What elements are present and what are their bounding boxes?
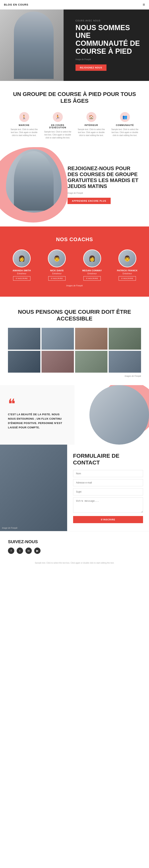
photo-cell-8 xyxy=(109,351,141,373)
coach-name: MEGAN CONWAY xyxy=(76,269,108,272)
coach-photo: 👩 xyxy=(13,249,31,267)
photo-cell-3 xyxy=(75,328,107,350)
quote-section: ❝ C'EST LA BEAUTÉ DE LA PISTE. NOUS NOUS… xyxy=(0,385,149,444)
footer-text: Sample text. Click to select the text bo… xyxy=(8,558,141,568)
group-title: UN GROUPE DE COURSE À PIED POUR TOUS LES… xyxy=(8,91,141,104)
quote-right xyxy=(74,385,149,444)
hero-person-silhouette xyxy=(14,11,54,79)
coach-photo-inner: 👨 xyxy=(119,250,136,267)
feature-icon: 🚶 xyxy=(19,112,29,122)
follow-section: SUIVEZ-NOUS ftin▶ Sample text. Click to … xyxy=(0,531,149,572)
feature-title: EN COURS D'EXÉCUTION xyxy=(44,124,72,129)
social-icon-facebook[interactable]: f xyxy=(8,548,14,554)
accessible-section: NOUS PENSONS QUE COURIR DOIT ÊTRE ACCESS… xyxy=(0,297,149,385)
photo-cell-5 xyxy=(8,351,40,373)
contact-left: Image de Freepik xyxy=(0,444,67,531)
social-icons: ftin▶ xyxy=(8,548,141,554)
coach-photo: 👨 xyxy=(118,249,136,267)
coach-enroll-button[interactable]: S'INSCRIRE xyxy=(119,276,136,281)
feature-item: 👥 COMMUNAUTÉ Sample text. Click to selec… xyxy=(111,112,139,139)
feature-text: Sample text. Click to select the text bo… xyxy=(44,130,72,139)
social-icon-instagram[interactable]: in xyxy=(25,548,32,554)
quote-mark: ❝ xyxy=(8,400,67,408)
feature-text: Sample text. Click to select the text bo… xyxy=(10,128,38,137)
hero-image-credit: Image de Freepik xyxy=(75,58,141,61)
coaches-image-credit: Images de Freepik xyxy=(6,285,143,287)
accessible-image-credit: Images de Freepik xyxy=(8,375,141,377)
coach-name: AMANDA SMITH xyxy=(6,269,38,272)
coach-card: 👨 NICK DAVIS Entraîneur S'INSCRIRE xyxy=(41,249,73,281)
quote-text: C'EST LA BEAUTÉ DE LA PISTE. NOUS NOUS E… xyxy=(8,412,67,430)
photo-cell-1 xyxy=(8,328,40,350)
photo-grid xyxy=(8,328,141,373)
menu-icon[interactable]: ≡ xyxy=(143,2,145,7)
hero-small-label: COURS AVEC NOUS xyxy=(75,20,141,22)
coach-photo-inner: 👨 xyxy=(48,250,65,267)
coach-name: NICK DAVIS xyxy=(41,269,73,272)
coach-photo: 👩 xyxy=(83,249,101,267)
coach-photo-inner: 👩 xyxy=(13,250,30,267)
social-icon-youtube[interactable]: ▶ xyxy=(34,548,41,554)
blob-section: REJOIGNEZ-NOUS POUR DES COURSES DE GROUP… xyxy=(0,143,149,226)
blob-content: REJOIGNEZ-NOUS POUR DES COURSES DE GROUP… xyxy=(68,165,139,204)
hero-overlay: COURS AVEC NOUS NOUS SOMMES UNE COMMUNAU… xyxy=(64,9,149,81)
photo-cell-6 xyxy=(42,351,74,373)
coaches-grid: 👩 AMANDA SMITH Entraîneur S'INSCRIRE 👨 N… xyxy=(6,249,143,281)
coach-role: Entraîneur xyxy=(6,273,38,275)
coach-enroll-button[interactable]: S'INSCRIRE xyxy=(13,276,30,281)
coach-name: PATRICK FRANCK xyxy=(111,269,143,272)
site-logo: BLOG EN COURS xyxy=(4,3,28,6)
hero-title: NOUS SOMMES UNE COMMUNAUTÉ DE COURSE À P… xyxy=(75,24,141,55)
contact-input-0[interactable] xyxy=(73,470,143,477)
coach-role: Entraîneur xyxy=(111,273,143,275)
coach-enroll-button[interactable]: S'INSCRIRE xyxy=(48,276,66,281)
photo-cell-7 xyxy=(75,351,107,373)
contact-image-credit: Image de Freepik xyxy=(2,527,18,529)
contact-image xyxy=(0,444,67,531)
feature-text: Sample text. Click to select the text bo… xyxy=(111,128,139,137)
feature-icon: 🏃 xyxy=(53,112,63,122)
group-section: UN GROUPE DE COURSE À PIED POUR TOUS LES… xyxy=(0,81,149,143)
coach-photo: 👨 xyxy=(48,249,66,267)
blob-person-silhouette xyxy=(14,151,54,211)
contact-submit-button[interactable]: S'INSCRIRE xyxy=(73,516,143,523)
coach-role: Entraîneur xyxy=(41,273,73,275)
feature-title: MARCHE xyxy=(10,124,38,126)
feature-text: Sample text. Click to select the text bo… xyxy=(77,128,105,137)
coach-photo-inner: 👩 xyxy=(84,250,101,267)
feature-item: 🏃 EN COURS D'EXÉCUTION Sample text. Clic… xyxy=(44,112,72,139)
site-header: BLOG EN COURS ≡ xyxy=(0,0,149,9)
contact-message-field[interactable] xyxy=(73,497,143,513)
hero-cta-button[interactable]: REJOIGNEZ NOUS xyxy=(75,64,106,71)
coaches-title: NOS COACHS xyxy=(6,237,143,243)
coaches-section: NOS COACHS 👩 AMANDA SMITH Entraîneur S'I… xyxy=(0,226,149,297)
contact-form: S'INSCRIRE xyxy=(73,470,143,523)
photo-cell-2 xyxy=(42,328,74,350)
feature-item: 🏠 INTÉRIEUR Sample text. Click to select… xyxy=(77,112,105,139)
coach-enroll-button[interactable]: S'INSCRIRE xyxy=(83,276,101,281)
contact-right: FORMULAIRE DE CONTACT S'INSCRIRE xyxy=(67,444,149,531)
contact-section: Image de Freepik FORMULAIRE DE CONTACT S… xyxy=(0,444,149,531)
feature-icon: 👥 xyxy=(120,112,130,122)
social-icon-twitter[interactable]: t xyxy=(17,548,23,554)
feature-item: 🚶 MARCHE Sample text. Click to select th… xyxy=(10,112,38,139)
quote-left: ❝ C'EST LA BEAUTÉ DE LA PISTE. NOUS NOUS… xyxy=(0,385,74,444)
coach-card: 👩 MEGAN CONWAY Entraîneur S'INSCRIRE xyxy=(76,249,108,281)
features-grid: 🚶 MARCHE Sample text. Click to select th… xyxy=(8,112,141,139)
coach-card: 👨 PATRICK FRANCK Entraîneur S'INSCRIRE xyxy=(111,249,143,281)
blob-image-credit: Image de Freepik xyxy=(68,192,139,194)
blob-cta-button[interactable]: APPRENDRE ENCORE PLUS xyxy=(68,198,111,204)
follow-title: SUIVEZ-NOUS xyxy=(8,539,141,545)
feature-title: INTÉRIEUR xyxy=(77,124,105,126)
coach-role: Entraîneur xyxy=(76,273,108,275)
quote-image xyxy=(90,385,149,444)
photo-cell-4 xyxy=(109,328,141,350)
feature-title: COMMUNAUTÉ xyxy=(111,124,139,126)
blob-title: REJOIGNEZ-NOUS POUR DES COURSES DE GROUP… xyxy=(68,165,139,189)
contact-input-1[interactable] xyxy=(73,479,143,486)
feature-icon: 🏠 xyxy=(86,112,96,122)
contact-input-2[interactable] xyxy=(73,488,143,495)
accessible-title: NOUS PENSONS QUE COURIR DOIT ÊTRE ACCESS… xyxy=(8,309,141,322)
hero-image-left xyxy=(0,9,68,81)
contact-title: FORMULAIRE DE CONTACT xyxy=(73,453,143,466)
